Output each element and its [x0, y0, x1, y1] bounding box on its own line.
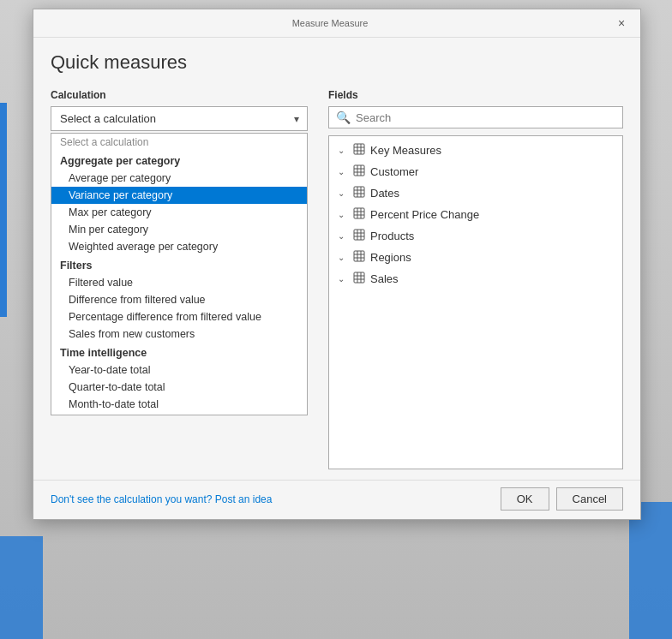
list-item[interactable]: Aggregate per category — [51, 151, 307, 170]
fields-listbox[interactable]: ⌄ Key Measures⌄ Customer⌄ Dates⌄ Percent… — [328, 135, 623, 469]
svg-rect-10 — [354, 187, 364, 197]
bg-chart-left — [0, 536, 43, 639]
list-item[interactable]: Min per category — [51, 221, 307, 238]
list-item[interactable]: Filters — [51, 255, 307, 274]
svg-rect-25 — [354, 251, 364, 261]
list-item[interactable]: Percentage difference from filtered valu… — [51, 308, 307, 325]
svg-rect-5 — [354, 165, 364, 176]
table-icon — [353, 272, 365, 286]
title-bar: Measure Measure × — [33, 9, 640, 38]
field-item[interactable]: ⌄ Dates — [329, 182, 622, 204]
svg-rect-20 — [354, 230, 364, 240]
field-name: Dates — [370, 187, 399, 200]
search-box: 🔍 — [328, 106, 623, 128]
chevron-down-icon: ⌄ — [338, 188, 348, 198]
window-title: Measure Measure — [47, 18, 613, 28]
chevron-down-icon: ⌄ — [338, 231, 348, 241]
field-name: Percent Price Change — [370, 208, 479, 221]
dialog-body: Quick measures Calculation Select a calc… — [33, 38, 640, 480]
table-icon — [353, 229, 365, 243]
field-item[interactable]: ⌄ Products — [329, 225, 622, 247]
field-name: Regions — [370, 251, 411, 264]
table-icon — [353, 250, 365, 265]
table-icon — [353, 143, 365, 158]
field-item[interactable]: ⌄ Regions — [329, 247, 622, 268]
list-item[interactable]: Sales from new customers — [51, 325, 307, 343]
field-item[interactable]: ⌄ Key Measures — [329, 140, 622, 161]
fields-column: Fields 🔍 ⌄ Key Measures⌄ Customer⌄ — [328, 89, 623, 469]
chevron-down-icon: ⌄ — [338, 210, 348, 219]
list-item[interactable]: Difference from filtered value — [51, 291, 307, 308]
table-icon — [353, 186, 365, 200]
chevron-down-icon: ⌄ — [338, 253, 348, 262]
footer-buttons: OK Cancel — [501, 487, 623, 511]
calculation-select[interactable]: Select a calculation — [51, 106, 308, 131]
footer-link[interactable]: Don't see the calculation you want? Post… — [51, 493, 272, 505]
search-icon: 🔍 — [336, 110, 351, 124]
calculation-label: Calculation — [51, 89, 308, 101]
table-icon — [353, 164, 365, 179]
field-item[interactable]: ⌄ Percent Price Change — [329, 204, 622, 225]
list-item[interactable]: Weighted average per category — [51, 238, 307, 255]
svg-rect-30 — [354, 272, 364, 283]
list-item[interactable]: Max per category — [51, 204, 307, 221]
list-item[interactable]: Variance per category — [51, 187, 307, 204]
list-item[interactable]: Year-to-date total — [51, 361, 307, 379]
svg-rect-0 — [354, 144, 364, 154]
list-item[interactable]: Time intelligence — [51, 343, 307, 361]
chevron-down-icon: ⌄ — [338, 167, 348, 176]
list-item[interactable]: Year-over-year change — [51, 413, 307, 415]
two-columns: Calculation Select a calculation Select … — [51, 89, 623, 469]
bg-chart-right — [629, 502, 672, 639]
field-name: Products — [370, 230, 414, 242]
search-input[interactable] — [356, 111, 615, 124]
ok-button[interactable]: OK — [501, 487, 549, 511]
chevron-down-icon: ⌄ — [338, 274, 348, 284]
dialog-title: Quick measures — [51, 51, 623, 74]
bg-blue-bar — [0, 103, 7, 317]
dialog-footer: Don't see the calculation you want? Post… — [33, 480, 640, 519]
field-name: Key Measures — [370, 144, 441, 157]
list-item[interactable]: Average per category — [51, 170, 307, 187]
table-icon — [353, 207, 365, 222]
list-item[interactable]: Filtered value — [51, 274, 307, 291]
calculation-select-wrapper[interactable]: Select a calculation — [51, 106, 308, 131]
field-item[interactable]: ⌄ Sales — [329, 268, 622, 290]
chevron-down-icon: ⌄ — [338, 146, 348, 155]
close-button[interactable]: × — [613, 15, 630, 32]
field-item[interactable]: ⌄ Customer — [329, 161, 622, 182]
calculation-listbox[interactable]: Select a calculationAggregate per catego… — [51, 133, 308, 415]
field-name: Customer — [370, 165, 418, 178]
list-item[interactable]: Select a calculation — [51, 134, 307, 151]
quick-measures-dialog: Measure Measure × Quick measures Calcula… — [33, 9, 641, 520]
cancel-button[interactable]: Cancel — [556, 487, 623, 511]
list-item[interactable]: Month-to-date total — [51, 396, 307, 413]
field-name: Sales — [370, 272, 399, 285]
svg-rect-15 — [354, 208, 364, 218]
fields-label: Fields — [328, 89, 623, 101]
calculation-column: Calculation Select a calculation Select … — [51, 89, 308, 469]
list-item[interactable]: Quarter-to-date total — [51, 379, 307, 396]
